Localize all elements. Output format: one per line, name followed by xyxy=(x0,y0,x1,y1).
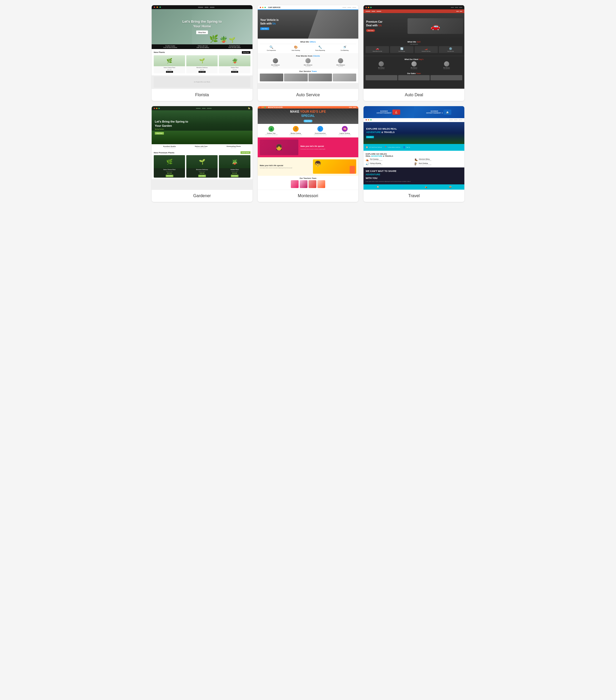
florista-stat-1: Excellent Quality From the best nurserie… xyxy=(163,45,177,48)
ad-top-social xyxy=(456,11,459,12)
as-avatar-1 xyxy=(273,58,278,63)
tr-footer-icon-4: 🚵 xyxy=(449,186,452,188)
ad-sell-title: What We Sell xyxy=(365,41,462,43)
gd-plant-img-3: 🪴 xyxy=(219,155,250,168)
plant-buy-btn-3[interactable]: BUY NOW xyxy=(231,71,238,73)
tr-nav-item xyxy=(449,120,453,120)
tr-features-sub: REAL ADVENTURE & TRAVELS xyxy=(365,155,462,157)
as-person-text-2: ★★★★★ xyxy=(292,66,324,67)
card-gardener[interactable]: 🏡 Let's Bring the Spring to Your Garden … xyxy=(152,106,253,202)
card-montessori[interactable]: MONTESSORI MAKE YOUR KID'S LIFE SPECIAL … xyxy=(258,106,359,202)
as-avatar-2 xyxy=(305,58,311,63)
tr-dark-text: WE CAN'T WAIT TO SHARE ADVENTURE WITH YO… xyxy=(365,170,462,180)
as-testimonial-1: Alex Simpson ★★★★★ xyxy=(260,58,291,67)
as-hero-btn[interactable]: Start Now xyxy=(260,27,269,30)
mt-teacher-4 xyxy=(317,180,325,188)
florista-preview-container: 🌿 🪴 🌱 Let's Bring the Spring to Your Hom… xyxy=(152,5,253,89)
card-travel[interactable]: BANNERADVERTISEMENT ⛵ BANNERADVERTISEMEN… xyxy=(363,106,464,202)
tr-bar-icon-3: 👤 xyxy=(403,146,406,148)
ad-clients-title: What Our Client Say's xyxy=(365,59,462,60)
tr-bar-item-2: 📍 contact address email here xyxy=(384,146,400,148)
montessori-preview-container: MONTESSORI MAKE YOUR KID'S LIFE SPECIAL … xyxy=(258,106,359,190)
ad-client-avatar-1 xyxy=(378,61,384,66)
plant-name-1: Swiss Cheese Plant xyxy=(154,66,185,69)
gardener-preview-container: 🏡 Let's Bring the Spring to Your Garden … xyxy=(152,106,253,190)
card-autodeal[interactable]: 🚗 Premium Car Deal with Us Start Now Wha… xyxy=(363,5,464,101)
plant-card-3: 🪴 Rubber Plant $14.99 BUY NOW xyxy=(219,55,250,73)
plants-grid: 🌿 Swiss Cheese Plant $12.99 BUY NOW 🌱 Mo… xyxy=(154,55,251,73)
tr-feature-2: 🥾 Adventure Hiking Lorem ipsum dolor sit… xyxy=(414,158,462,161)
mt-hero: MAKE YOUR KID'S LIFE SPECIAL Start Now xyxy=(258,109,359,124)
tr-feature-3: 🎣 Fishing & Boating Lorem ipsum dolor si… xyxy=(365,162,413,165)
nav-dot-yellow xyxy=(368,7,369,8)
as-testimonials-title: Few Words from Clients xyxy=(260,55,357,57)
plant-card-1: 🌿 Swiss Cheese Plant $12.99 BUY NOW xyxy=(154,55,185,73)
autoservice-preview: CAR SERVICE Your Vehicle is Safe with Us xyxy=(258,5,359,89)
card-autoservice[interactable]: CAR SERVICE Your Vehicle is Safe with Us xyxy=(258,5,359,101)
gd-hero-btn[interactable]: Shop Now xyxy=(155,132,164,135)
as-service-icon-4: 🚿 xyxy=(333,46,357,49)
ad-clients-list: Alex Simpson Lorem ipsum dolor Alex Simp… xyxy=(365,61,462,70)
gd-nav: 🏡 xyxy=(152,106,253,110)
gd-stat-3: Outstanding Plants Best sellers xyxy=(227,146,241,148)
gd-nav-item xyxy=(202,108,206,109)
plant-buy-btn-2[interactable]: BUY NOW xyxy=(198,71,206,73)
tr-feature-4: 🧗 Rock Climbing Lorem ipsum dolor sit am… xyxy=(414,162,462,165)
nav-dot-green xyxy=(158,108,160,109)
tr-hero-btn[interactable]: Read More xyxy=(366,136,374,138)
plant-icon-2: 🌱 xyxy=(199,58,205,64)
as-service-2: 🎨 Auto Painting xyxy=(284,46,307,51)
tr-features-grid: ⛺ Tent Camping Lorem ipsum dolor sit ame… xyxy=(365,158,462,165)
mt-kids-desc: Lorem ipsum dolor sit amet consectetur a… xyxy=(260,167,311,169)
as-team-member-2 xyxy=(284,74,307,82)
nav-dot-yellow xyxy=(157,7,158,8)
gd-stats: Excellent Quality From the best nurserie… xyxy=(152,144,253,150)
tr-bar-icon-2: 📍 xyxy=(384,146,387,148)
ad-sell-icon-1: 🚗 xyxy=(367,47,388,50)
tr-banner-logo-1: ⛵ xyxy=(393,110,400,115)
plants-shop-btn[interactable]: Shop Now xyxy=(242,51,251,54)
as-divider xyxy=(260,44,357,44)
ad-team-row xyxy=(365,75,462,80)
nav-dot-green xyxy=(370,7,372,8)
florista-hero-btn[interactable]: Shop Now xyxy=(196,30,208,34)
ad-team-section: Our Sales Team xyxy=(363,71,464,82)
tr-feature-1: ⛺ Tent Camping Lorem ipsum dolor sit ame… xyxy=(365,158,413,161)
travel-label: Travel xyxy=(363,190,464,202)
car-icon: 🚗 xyxy=(408,18,463,34)
nav-dot-green xyxy=(265,7,266,8)
gd-plant-buy-3[interactable]: BUY NOW xyxy=(231,175,239,177)
tr-nav-item xyxy=(459,120,462,120)
mt-slide xyxy=(350,166,355,174)
card-florista[interactable]: 🌿 🪴 🌱 Let's Bring the Spring to Your Hom… xyxy=(152,5,253,101)
mt-teacher-3 xyxy=(309,180,316,188)
ad-client-text-2: Lorem ipsum dolor xyxy=(398,68,430,70)
ad-sell-3: 🏎️ Exclusive Old Cars xyxy=(414,46,438,53)
as-testimonials-list: Alex Simpson ★★★★★ Alex Simpson ★★★★★ Al… xyxy=(260,58,357,67)
as-nav-item xyxy=(352,7,356,8)
plant-img-2: 🌱 xyxy=(186,55,218,66)
as-offer-title: What We Offers xyxy=(260,41,357,43)
gd-stat-1: Excellent Quality From the best nurserie… xyxy=(163,146,176,148)
ad-client-text-3: Lorem ipsum dolor xyxy=(431,68,462,70)
mt-feature-desc-4: Lorem ipsum dolor sit amet xyxy=(333,134,356,135)
tr-dark-section: WE CAN'T WAIT TO SHARE ADVENTURE WITH YO… xyxy=(363,167,464,184)
plant-card-2: 🌱 Monstera Deliciosa $18.99 BUY NOW xyxy=(186,55,218,73)
plant-buy-btn-1[interactable]: BUY NOW xyxy=(166,71,173,73)
gd-plants-btn[interactable]: SHOP NOW xyxy=(241,151,251,154)
ad-sell-name-2: Car Exchange xyxy=(391,51,412,52)
nav-dot-red xyxy=(365,7,367,8)
tr-feature-name-3: Fishing & Boating xyxy=(370,162,382,164)
gd-plant-buy-2[interactable]: BUY NOW xyxy=(198,175,206,177)
ad-top-nav-item xyxy=(372,11,375,12)
ad-team-member-2 xyxy=(398,75,430,80)
as-avatar-3 xyxy=(338,58,343,63)
gd-plant-buy-1[interactable]: BUY NOW xyxy=(166,175,173,177)
mt-hero-btn[interactable]: Start Now xyxy=(304,120,312,122)
plant-decoration-2: 🪴 xyxy=(220,36,228,43)
ad-hero-btn[interactable]: Start Now xyxy=(366,29,375,32)
tr-bar-item-3: 👤 Sign Up xyxy=(403,146,410,148)
plant-decoration-1: 🌿 xyxy=(209,35,218,43)
mt-kids-img: 👦 xyxy=(313,159,357,174)
ad-sell-icon-4: ⚙️ xyxy=(440,47,461,50)
